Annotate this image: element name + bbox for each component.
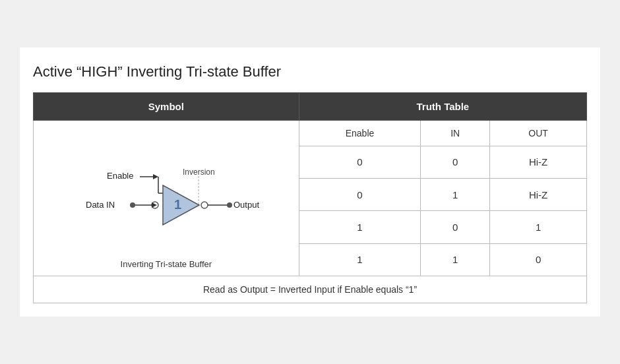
cell-out: Hi-Z [490,146,587,178]
cell-enable: 1 [299,211,421,243]
circuit-diagram: Enable Inversion [67,134,265,253]
svg-text:1: 1 [174,197,181,212]
cell-out: 1 [490,211,587,243]
subheader-out: OUT [490,121,587,146]
page-wrapper: Active “HIGH” Inverting Tri-state Buffer… [20,47,600,317]
header-truth: Truth Table [299,93,586,121]
svg-marker-2 [153,174,158,179]
cell-enable: 0 [299,179,421,211]
page-title: Active “HIGH” Inverting Tri-state Buffer [33,63,587,80]
cell-enable: 1 [299,243,421,276]
svg-point-13 [130,202,135,208]
subheader-enable: Enable [299,121,421,146]
symbol-cell: Enable Inversion [34,121,299,276]
subheader-in: IN [421,121,490,146]
cell-enable: 0 [299,146,421,178]
cell-out: Hi-Z [490,179,587,211]
svg-text:Data IN: Data IN [86,200,115,210]
footer-text: Read as Output = Inverted Input if Enabl… [34,276,587,303]
cell-out: 0 [490,243,587,276]
cell-in: 0 [421,146,490,178]
cell-in: 0 [421,211,490,243]
svg-text:Enable: Enable [107,171,133,181]
svg-text:Output: Output [233,200,259,210]
svg-point-14 [201,202,208,208]
subheader-row: Enable Inversion [34,121,587,146]
svg-point-16 [227,202,232,208]
header-row: Symbol Truth Table [34,93,587,121]
symbol-diagram: Enable Inversion [34,121,299,276]
symbol-label: Inverting Tri-state Buffer [121,259,212,269]
header-symbol: Symbol [34,93,299,121]
cell-in: 1 [421,179,490,211]
footer-row: Read as Output = Inverted Input if Enabl… [34,276,587,303]
svg-text:Inversion: Inversion [183,167,215,177]
cell-in: 1 [421,243,490,276]
main-table: Symbol Truth Table Enable [33,92,587,303]
